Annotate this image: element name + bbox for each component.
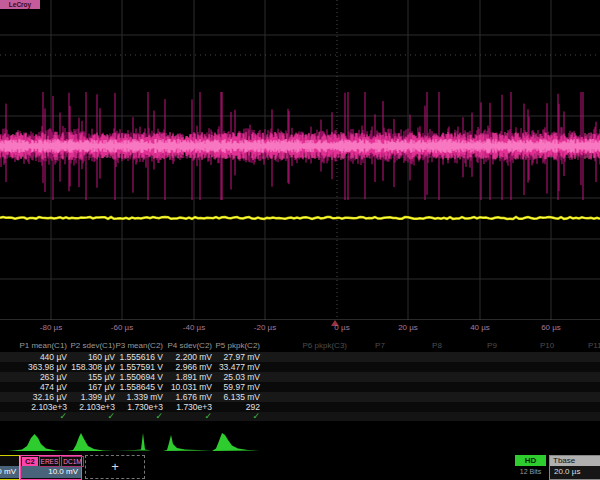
param-header-p5: P5 pkpk(C2) [182, 341, 260, 350]
param-header-p10: P10 [529, 341, 565, 350]
time-tick-label: 40 µs [470, 323, 490, 332]
time-tick-label: -20 µs [254, 323, 276, 332]
c2-eres-badge: ERES [39, 456, 61, 467]
oscilloscope-screen: LeCroy -100 µs -80 µs -60 µs -40 µs -20 … [0, 0, 600, 480]
waveform-traces [0, 0, 600, 320]
histicon-p3[interactable] [115, 428, 163, 454]
measure-row-max: 474 µV 167 µV 1.558645 V 10.031 mV 59.97… [0, 382, 600, 392]
measure-row-status: ✓ ✓ ✓ ✓ ✓ [0, 412, 600, 421]
channel-descriptor-c2[interactable]: C2 ERES DC1M 10.0 mV [20, 455, 82, 480]
time-axis: -100 µs -80 µs -60 µs -40 µs -20 µs 0 µs… [0, 320, 600, 338]
measure-header-row: P1 mean(C1) P2 sdev(C1) P3 mean(C2) P4 s… [0, 341, 600, 351]
time-tick-label: 0 µs [334, 323, 349, 332]
hd-mode-badge[interactable]: HD [515, 455, 546, 466]
histicon-strip [0, 428, 600, 454]
descriptor-bar: DC1M 0 mV C2 ERES DC1M 10.0 mV + HD 12 B… [0, 454, 600, 480]
timebase-descriptor[interactable]: Tbase 20.0 µs [549, 455, 600, 480]
channel-descriptor-c1[interactable]: DC1M 0 mV [0, 455, 20, 480]
time-tick-label: 60 µs [541, 323, 561, 332]
histicon-p2[interactable] [67, 428, 115, 454]
measure-row-mean: 363.98 µV 158.308 µV 1.557591 V 2.966 mV… [0, 362, 600, 372]
value-cell: 59.97 mV [182, 382, 260, 392]
measure-table[interactable]: P1 mean(C1) P2 sdev(C1) P3 mean(C2) P4 s… [0, 339, 600, 427]
plus-icon: + [111, 459, 119, 474]
value-cell: 6.135 mV [182, 392, 260, 402]
histicon-p1[interactable] [8, 428, 67, 454]
hd-bits-label: 12 Bits [513, 468, 548, 475]
tbase-label: Tbase [550, 456, 600, 466]
param-header-p11: P11 [588, 341, 600, 350]
time-tick-label: -80 µs [40, 323, 62, 332]
tbase-time-per-div: 20.0 µs [550, 466, 600, 478]
measure-row-min: 263 µV 155 µV 1.550694 V 1.891 mV 25.03 … [0, 372, 600, 382]
measure-row-value: 440 µV 160 µV 1.555616 V 2.200 mV 27.97 … [0, 352, 600, 362]
value-cell: 33.477 mV [182, 362, 260, 372]
param-header-p9: P9 [474, 341, 510, 350]
brand-badge: LeCroy [0, 0, 40, 9]
waveform-grid[interactable]: LeCroy [0, 0, 600, 320]
value-cell: 25.03 mV [182, 372, 260, 382]
c2-coupling-badge: DC1M [61, 456, 83, 467]
add-trace-button[interactable]: + [85, 455, 145, 479]
param-header-p8: P8 [419, 341, 455, 350]
measure-row-sdev: 32.16 µV 1.399 µV 1.339 mV 1.676 mV 6.13… [0, 392, 600, 402]
time-tick-label: -40 µs [183, 323, 205, 332]
param-header-p7: P7 [362, 341, 398, 350]
status-check-icon: ✓ [182, 412, 260, 421]
histicon-p4[interactable] [163, 428, 212, 454]
measure-row-num: 2.103e+3 2.103e+3 1.730e+3 1.730e+3 292 [0, 402, 600, 412]
c2-volts-per-div: 10.0 mV [21, 466, 81, 478]
time-tick-label: 20 µs [398, 323, 418, 332]
c2-label: C2 [22, 457, 38, 466]
time-tick-label: -60 µs [111, 323, 133, 332]
value-cell: 27.97 mV [182, 352, 260, 362]
histicon-p5[interactable] [212, 428, 260, 454]
value-cell: 292 [182, 402, 260, 412]
param-header-p6: P6 pkpk(C3) [277, 341, 347, 350]
c1-volts-per-div: 0 mV [0, 466, 19, 478]
